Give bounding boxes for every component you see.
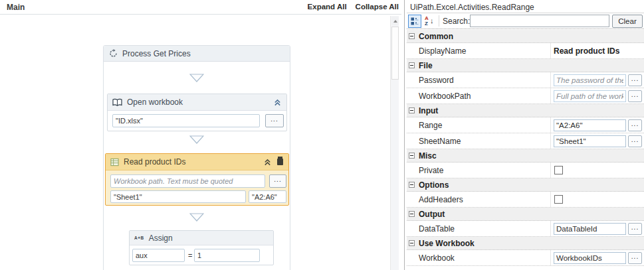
scrollbar-up-icon[interactable] [391,17,399,25]
category-label: Output [419,210,445,219]
read-range-workbook-path-input[interactable] [110,174,265,188]
connector-arrow-icon [189,213,204,222]
pin-icon[interactable] [277,159,283,165]
sheet-name-input[interactable] [110,190,246,203]
uipath-studio-screen: Main Expand All Collapse All Process Get… [0,0,644,270]
property-row-workbookpath: WorkbookPath ... [407,88,644,104]
category-row-misc[interactable]: Misc [407,149,644,163]
workbookpath-value-input[interactable] [554,90,626,102]
private-checkbox[interactable] [554,166,563,174]
password-browse-button[interactable]: ... [628,74,642,86]
property-row-datatable: DataTable ... [407,221,644,237]
collapse-chevron-icon[interactable] [274,99,281,106]
collapse-category-icon[interactable] [409,211,415,217]
datatable-value-input[interactable] [554,223,626,235]
toolbar-separator [439,15,439,27]
range-browse-button[interactable]: ... [628,119,642,131]
flowchart-header[interactable]: Process Get Prices [104,46,290,62]
expand-all-link[interactable]: Expand All [308,3,347,11]
activity-assign[interactable]: A+B Assign = [129,230,274,265]
column-separator [550,163,551,178]
category-row-output[interactable]: Output [407,208,644,221]
open-workbook-header[interactable]: Open workbook [108,94,286,111]
column-separator [550,133,551,149]
collapse-category-icon[interactable] [409,240,415,246]
category-row-options[interactable]: Options [407,178,644,192]
read-range-browse-button[interactable]: ... [269,174,286,188]
category-row-common[interactable]: Common [407,30,644,43]
column-separator [550,250,551,265]
connector-arrow-icon [189,74,204,82]
scrollbar-thumb[interactable] [391,27,399,80]
property-row-sheetname: SheetName ... [407,133,644,149]
workbook-value-input[interactable] [554,252,626,264]
property-label: DisplayName [419,46,466,56]
property-label: AddHeaders [419,195,463,204]
properties-title: UiPath.Excel.Activities.ReadRange [407,0,644,13]
collapse-category-icon[interactable] [409,107,415,113]
column-separator [550,192,551,207]
property-row-workbook: Workbook ... [407,250,644,266]
range-value-input[interactable] [554,119,626,131]
column-separator [550,43,551,58]
assign-header[interactable]: A+B Assign [130,231,273,245]
assign-value-input[interactable] [194,249,260,262]
property-row-addheaders: AddHeaders [407,192,644,208]
category-label: Options [419,180,449,190]
column-separator [550,117,551,133]
open-workbook-title: Open workbook [127,98,183,107]
property-label: Range [419,121,442,130]
assign-title: Assign [149,234,173,243]
panel-divider [404,0,405,270]
column-separator [550,72,551,88]
workbook-path-browse-button[interactable]: ... [265,114,284,127]
collapse-category-icon[interactable] [409,33,415,39]
categorized-view-icon [411,17,419,25]
workbook-path-input[interactable] [112,114,260,127]
property-label: DataTable [419,224,455,234]
properties-panel: UiPath.Excel.Activities.ReadRange AZ↓ Se… [407,0,644,270]
collapse-chevron-icon[interactable] [264,159,271,166]
category-row-file[interactable]: File [407,59,644,72]
properties-toolbar: AZ↓ Search: Clear [407,13,644,29]
addheaders-checkbox[interactable] [554,195,563,204]
datatable-browse-button[interactable]: ... [628,223,642,235]
property-row-password: Password ... [407,72,644,88]
collapse-category-icon[interactable] [409,153,415,159]
activity-read-product-ids[interactable]: Read product IDs ... [105,153,289,206]
categorized-view-button[interactable] [408,15,421,28]
read-range-title: Read product IDs [124,157,185,167]
collapse-category-icon[interactable] [409,182,415,188]
designer-scrollbar[interactable] [390,16,399,270]
search-input[interactable] [470,15,609,27]
activity-open-workbook[interactable]: Open workbook ... [107,94,287,131]
breadcrumb-main[interactable]: Main [7,3,25,12]
property-grid: Common DisplayName Read product IDs File… [407,30,644,266]
read-range-header[interactable]: Read product IDs [106,154,288,170]
range-input[interactable] [249,190,286,203]
clear-button[interactable]: Clear [612,15,643,28]
workbookpath-browse-button[interactable]: ... [628,90,642,102]
alphabetical-sort-button[interactable]: AZ↓ [423,15,435,27]
sheetname-browse-button[interactable]: ... [628,135,642,147]
connector-arrow-icon [189,135,204,144]
collapse-category-icon[interactable] [409,62,415,68]
column-separator [550,221,551,236]
flowchart-title: Process Get Prices [122,49,191,58]
property-label: Workbook [419,253,455,263]
assign-icon: A+B [134,236,144,240]
column-separator [550,88,551,103]
collapse-all-link[interactable]: Collapse All [356,3,399,11]
assign-to-input[interactable] [132,249,185,262]
category-label: Use Workbook [419,239,475,248]
az-sort-icon: AZ↓ [423,15,435,27]
displayname-value: Read product IDs [554,46,619,56]
header-separator [0,14,401,15]
category-row-use-workbook[interactable]: Use Workbook [407,237,644,250]
category-row-input[interactable]: Input [407,104,644,117]
read-range-icon [110,158,119,167]
sheetname-value-input[interactable] [554,135,626,147]
password-value-input[interactable] [554,74,626,86]
workbook-browse-button[interactable]: ... [628,252,642,264]
property-label: Private [419,166,443,175]
